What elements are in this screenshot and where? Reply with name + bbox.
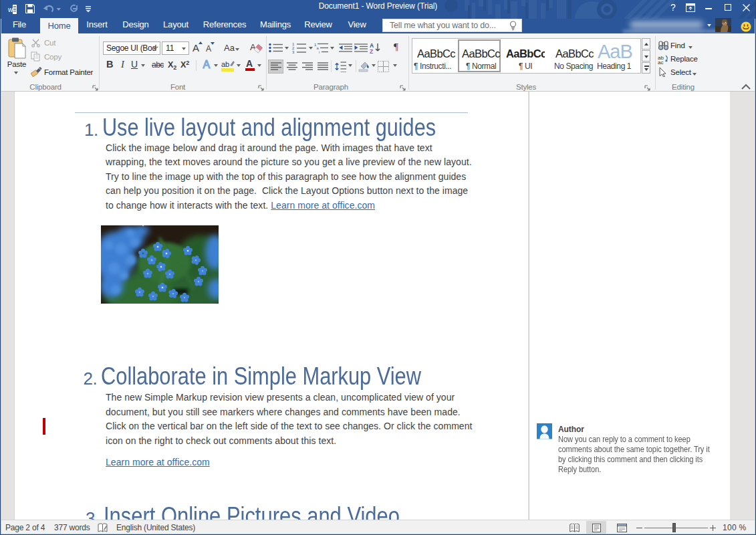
svg-text:ab: ab — [221, 60, 229, 68]
svg-text:3: 3 — [292, 50, 295, 54]
svg-text:i: i — [319, 50, 320, 54]
svg-text:Z: Z — [370, 48, 373, 54]
svg-text:A: A — [203, 59, 211, 70]
svg-text:A: A — [250, 42, 256, 52]
svg-text:ac: ac — [658, 60, 663, 64]
